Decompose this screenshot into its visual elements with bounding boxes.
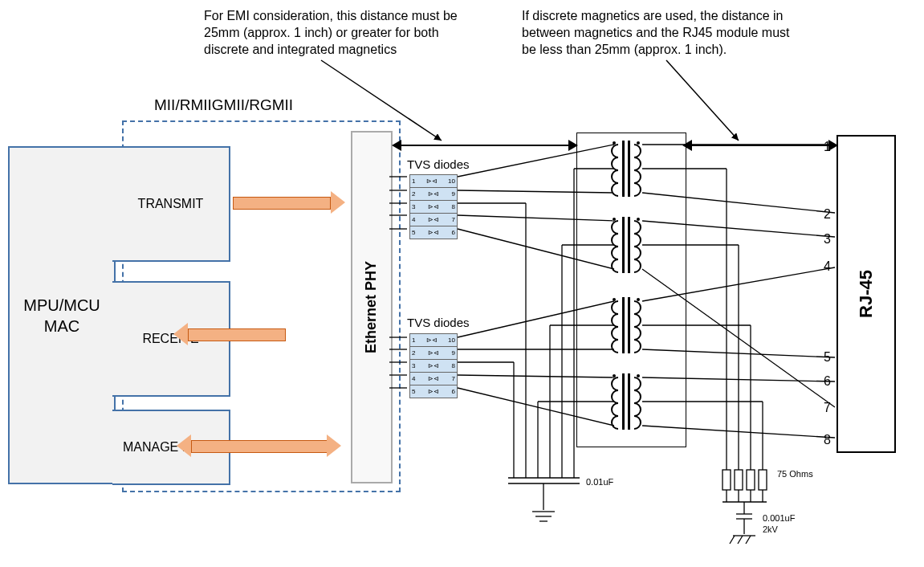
tvs-label-2: TVS diodes	[407, 315, 470, 331]
res-label: 75 Ohms	[777, 468, 813, 479]
svg-rect-3	[628, 141, 630, 197]
svg-rect-7	[628, 217, 630, 273]
svg-line-86	[746, 536, 751, 544]
rj45-block: RJ-45	[836, 135, 896, 453]
pin-8: 8	[824, 432, 831, 449]
cap1-label: 0.01uF	[586, 476, 613, 487]
pin-4: 4	[824, 259, 831, 275]
transmit-block: TRANSMIT	[112, 146, 230, 262]
cap2-val: 0.001uF	[763, 512, 795, 524]
pin-7: 7	[824, 400, 831, 417]
pin-3: 3	[824, 231, 831, 248]
svg-rect-10	[622, 297, 625, 353]
svg-rect-14	[622, 373, 625, 430]
rj45-label: RJ-45	[855, 270, 878, 318]
rx-arrow	[173, 323, 286, 345]
svg-point-17	[637, 374, 640, 377]
pin-2: 2	[824, 206, 831, 223]
interface-label: MII/RMIIGMII/RGMII	[154, 96, 293, 116]
mcu-label: MPU/MCU MAC	[10, 295, 114, 337]
svg-point-4	[613, 141, 616, 145]
tx-label: TRANSMIT	[138, 196, 204, 213]
magnetics-note: If discrete magnetics are used, the dist…	[522, 8, 803, 58]
svg-rect-2	[622, 141, 625, 197]
svg-rect-73	[759, 470, 767, 490]
svg-point-16	[613, 374, 616, 377]
phy-block: Ethernet PHY	[351, 131, 393, 483]
svg-line-1	[666, 60, 739, 141]
tvs-label-1: TVS diodes	[407, 157, 470, 173]
dim-mag-rj45	[684, 145, 836, 146]
svg-line-84	[730, 536, 735, 544]
svg-point-12	[613, 298, 616, 301]
cap2-rating: 2kV	[763, 524, 778, 535]
svg-line-85	[738, 536, 743, 544]
svg-point-8	[613, 218, 616, 221]
pin-1: 1	[824, 139, 831, 156]
mgmt-arrow	[177, 434, 341, 457]
phy-label: Ethernet PHY	[362, 261, 381, 353]
tx-arrow	[233, 191, 345, 214]
svg-rect-70	[723, 470, 731, 490]
pin-6: 6	[824, 373, 831, 390]
svg-point-13	[637, 298, 640, 301]
svg-rect-15	[628, 373, 630, 430]
svg-rect-6	[622, 217, 625, 273]
tvs-block-2: 1⊳⊲10 2⊳⊲9 3⊳⊲8 4⊳⊲7 5⊳⊲6	[409, 333, 458, 398]
dim-phy-mag	[393, 145, 576, 146]
tvs-block-1: 1⊳⊲10 2⊳⊲9 3⊳⊲8 4⊳⊲7 5⊳⊲6	[409, 174, 458, 239]
svg-rect-11	[628, 297, 630, 353]
svg-rect-71	[735, 470, 743, 490]
svg-point-9	[637, 218, 640, 221]
mcu-block: MPU/MCU MAC	[8, 146, 116, 484]
svg-point-5	[637, 141, 640, 145]
pin-5: 5	[824, 349, 831, 366]
emi-note: For EMI consideration, this distance mus…	[204, 8, 469, 58]
svg-rect-72	[747, 470, 755, 490]
transformers	[578, 137, 684, 442]
